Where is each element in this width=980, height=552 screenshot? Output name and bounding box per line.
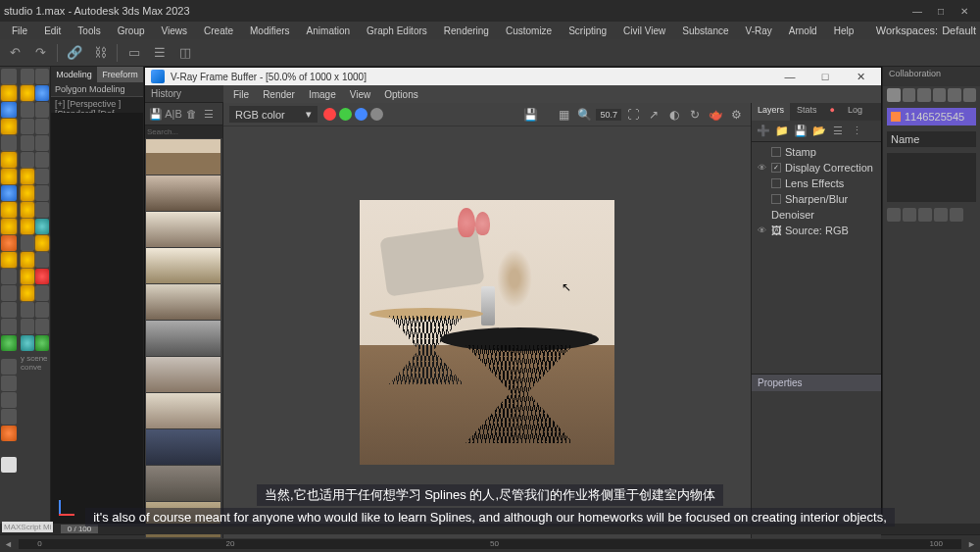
close-button[interactable]: ✕ xyxy=(953,2,976,20)
maxscript-label[interactable]: MAXScript Mi xyxy=(2,522,53,532)
alpha-channel-icon[interactable] xyxy=(370,108,383,121)
history-thumb[interactable] xyxy=(146,139,220,175)
selectregion-button[interactable]: ◫ xyxy=(174,42,196,64)
spot-icon[interactable] xyxy=(1,169,17,184)
show-end-icon[interactable] xyxy=(903,208,916,222)
history-thumb[interactable] xyxy=(146,429,220,465)
history-thumb[interactable] xyxy=(146,321,220,356)
mesh-icon[interactable] xyxy=(1,235,17,251)
tab-collaboration[interactable]: Collaboration xyxy=(883,67,947,86)
vfb-maximize-button[interactable]: □ xyxy=(810,68,840,85)
sphere-icon[interactable] xyxy=(1,252,17,268)
misc5-icon[interactable] xyxy=(1,426,17,441)
pin-icon[interactable] xyxy=(887,208,901,222)
select-button[interactable]: ▭ xyxy=(123,42,145,64)
history-thumb[interactable] xyxy=(146,176,220,211)
render-viewport[interactable]: ↖ xyxy=(223,126,751,538)
sunlight-icon[interactable] xyxy=(1,119,17,134)
p3b-icon[interactable] xyxy=(35,85,49,101)
settings-icon[interactable]: ⚙ xyxy=(727,106,745,124)
history-del-icon[interactable]: 🗑 xyxy=(183,106,199,122)
menu-help[interactable]: Help xyxy=(826,24,862,38)
undo-button[interactable]: ↶ xyxy=(4,42,25,64)
misc2-icon[interactable] xyxy=(1,376,17,391)
vray-icon[interactable] xyxy=(1,457,17,473)
p9b-icon[interactable] xyxy=(35,185,49,201)
unlink-button[interactable]: ⛓ xyxy=(89,42,111,64)
misc3-icon[interactable] xyxy=(1,392,17,408)
layer-folder-icon[interactable]: 📁 xyxy=(774,124,790,139)
save-image-icon[interactable]: 💾 xyxy=(521,106,539,124)
timeline[interactable]: 0 / 100 xyxy=(0,524,980,534)
history-thumb[interactable] xyxy=(146,357,220,392)
time-ruler[interactable]: 0 20 50 100 xyxy=(19,539,961,549)
configure-icon[interactable] xyxy=(950,208,963,222)
viewport-area[interactable] xyxy=(51,113,143,524)
menu-civilview[interactable]: Civil View xyxy=(615,24,673,38)
history-save-icon[interactable]: 💾 xyxy=(148,106,164,122)
p7-icon[interactable] xyxy=(21,152,34,168)
menu-group[interactable]: Group xyxy=(110,24,153,38)
menu-file[interactable]: File xyxy=(4,24,35,38)
plane-icon[interactable] xyxy=(1,269,17,284)
p10b-icon[interactable] xyxy=(35,202,49,218)
object-id-field[interactable]: 1146525545 xyxy=(887,108,976,125)
targetlight-icon[interactable] xyxy=(1,102,17,118)
vfb-menu-options[interactable]: Options xyxy=(378,88,423,101)
menu-arnold[interactable]: Arnold xyxy=(781,24,825,38)
unique-icon[interactable] xyxy=(918,208,932,222)
layer-display-correction[interactable]: Display Correction xyxy=(785,162,873,174)
vfb-menu-file[interactable]: File xyxy=(227,88,255,101)
menu-tools[interactable]: Tools xyxy=(70,24,108,38)
zoom-value[interactable]: 50.7 xyxy=(596,109,621,121)
menu-scripting[interactable]: Scripting xyxy=(561,24,614,38)
workspace-value[interactable]: Default xyxy=(942,25,976,36)
display-tab-icon[interactable] xyxy=(948,88,961,102)
tab-log[interactable]: Log xyxy=(842,103,868,121)
p13-icon[interactable] xyxy=(21,252,34,268)
helper-icon[interactable] xyxy=(1,285,17,301)
create-tab-icon[interactable] xyxy=(887,88,901,102)
p4b-icon[interactable] xyxy=(35,102,49,118)
motion-tab-icon[interactable] xyxy=(933,88,947,102)
p14-icon[interactable] xyxy=(21,269,34,284)
teapot-icon[interactable]: 🫖 xyxy=(707,106,724,124)
green-channel-icon[interactable] xyxy=(339,108,352,121)
p5-icon[interactable] xyxy=(21,119,34,134)
minimize-button[interactable]: — xyxy=(906,2,929,20)
vfb-menu-render[interactable]: Render xyxy=(257,88,301,101)
layer-source[interactable]: Source: RGB xyxy=(785,225,849,236)
p4-icon[interactable] xyxy=(21,102,34,118)
vfb-minimize-button[interactable]: — xyxy=(775,68,805,85)
menu-animation[interactable]: Animation xyxy=(299,24,358,38)
layer-load-icon[interactable]: 📂 xyxy=(811,124,827,139)
menu-create[interactable]: Create xyxy=(196,24,241,38)
p15b-icon[interactable] xyxy=(35,285,49,301)
history-search[interactable]: Search... xyxy=(145,125,222,138)
color-swatch[interactable] xyxy=(891,112,901,122)
p16b-icon[interactable] xyxy=(35,302,49,318)
p12b-icon[interactable] xyxy=(35,235,49,251)
fur-icon[interactable] xyxy=(1,319,17,334)
tool-icon[interactable] xyxy=(1,69,17,84)
remove-icon[interactable] xyxy=(934,208,948,222)
layer-more-icon[interactable]: ⋮ xyxy=(849,124,864,139)
refresh-icon[interactable]: ↻ xyxy=(686,106,704,124)
p6-icon[interactable] xyxy=(21,135,34,151)
tab-modeling[interactable]: Modeling xyxy=(51,67,97,82)
p17b-icon[interactable] xyxy=(35,319,49,334)
properties-header[interactable]: Properties xyxy=(752,374,881,391)
channel-dropdown[interactable]: RGB color▾ xyxy=(229,106,318,123)
tab-stats[interactable]: Stats xyxy=(791,103,823,121)
vfb-menu-image[interactable]: Image xyxy=(303,88,342,101)
p7b-icon[interactable] xyxy=(35,152,49,168)
layer-denoiser[interactable]: Denoiser xyxy=(771,209,814,221)
history-thumb[interactable] xyxy=(146,466,220,501)
p12-icon[interactable] xyxy=(21,235,34,251)
dome-icon[interactable] xyxy=(1,202,17,218)
layer-sharpen[interactable]: Sharpen/Blur xyxy=(785,193,848,205)
geo-icon[interactable] xyxy=(1,135,17,151)
p16-icon[interactable] xyxy=(21,302,34,318)
modifier-stack[interactable] xyxy=(887,153,976,202)
menu-vray[interactable]: V-Ray xyxy=(738,24,780,38)
